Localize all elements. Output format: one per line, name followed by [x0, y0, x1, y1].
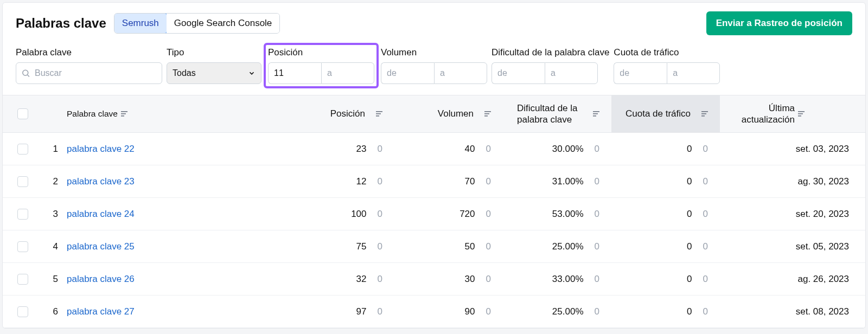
col-difficulty[interactable]: Dificultad de la palabra clave	[503, 102, 611, 126]
difficulty-filter: Dificultad de la palabra clave	[492, 47, 609, 84]
tab-semrush[interactable]: Semrush	[114, 13, 167, 34]
row-keyword: palabra clave 24	[58, 209, 286, 220]
row-volume: 300	[394, 274, 503, 285]
svg-rect-12	[593, 113, 598, 114]
keyword-link[interactable]: palabra clave 23	[67, 176, 135, 187]
row-checkbox[interactable]	[17, 209, 28, 220]
row-traffic: 00	[611, 209, 720, 220]
source-tabs: Semrush Google Search Console	[114, 13, 280, 34]
difficulty-from-input[interactable]	[492, 62, 545, 84]
send-to-position-tracking-button[interactable]: Enviar a Rastreo de posición	[706, 11, 852, 35]
keywords-panel: Palabras clave Semrush Google Search Con…	[2, 2, 866, 329]
sort-icon	[376, 111, 382, 117]
row-checkbox[interactable]	[17, 306, 28, 317]
position-to-input[interactable]	[321, 62, 374, 84]
row-index: 5	[36, 274, 58, 285]
table-row: 4palabra clave 2575050025.00%000set. 05,…	[3, 230, 865, 263]
difficulty-to-input[interactable]	[545, 62, 598, 84]
row-index: 4	[36, 241, 58, 252]
traffic-range	[614, 62, 720, 84]
row-keyword: palabra clave 27	[58, 306, 286, 317]
row-volume: 7200	[394, 209, 503, 220]
row-keyword: palabra clave 23	[58, 176, 286, 187]
table-row: 2palabra clave 2312070031.00%000ag. 30, …	[3, 165, 865, 198]
svg-rect-4	[121, 115, 124, 117]
chevron-down-icon	[248, 69, 256, 77]
svg-rect-13	[593, 115, 596, 117]
svg-point-0	[23, 70, 28, 75]
row-difficulty: 25.00%0	[503, 241, 611, 252]
select-all-checkbox[interactable]	[17, 108, 28, 119]
row-difficulty: 33.00%0	[503, 274, 611, 285]
row-traffic: 00	[611, 176, 720, 187]
keyword-link[interactable]: palabra clave 26	[67, 274, 135, 284]
row-position: 320	[286, 274, 394, 285]
table-row: 1palabra clave 2223040030.00%000set. 03,…	[3, 133, 865, 165]
svg-rect-19	[798, 115, 801, 117]
row-checkbox[interactable]	[17, 274, 28, 285]
sort-icon	[701, 111, 708, 117]
row-volume: 500	[394, 241, 503, 252]
table-body: 1palabra clave 2223040030.00%000set. 03,…	[3, 133, 865, 328]
traffic-from-input[interactable]	[614, 62, 667, 84]
col-keyword-label: Palabra clave	[67, 109, 118, 119]
row-volume: 700	[394, 176, 503, 187]
type-filter: Tipo Todas	[167, 47, 261, 84]
keyword-link[interactable]: palabra clave 25	[67, 241, 135, 252]
keyword-link[interactable]: palabra clave 22	[67, 144, 135, 154]
position-from-input[interactable]	[268, 62, 321, 84]
table-row: 3palabra clave 241000720053.00%000set. 2…	[3, 198, 865, 230]
keyword-filter-label: Palabra clave	[16, 47, 162, 58]
sort-icon	[798, 111, 805, 117]
row-position: 1000	[286, 209, 394, 220]
difficulty-filter-label: Dificultad de la palabra clave	[492, 47, 609, 58]
row-updated: set. 03, 2023	[720, 144, 859, 155]
row-checkbox[interactable]	[17, 144, 28, 155]
volume-filter: Volumen	[381, 47, 487, 84]
col-keyword[interactable]: Palabra clave	[58, 109, 286, 119]
row-difficulty: 25.00%0	[503, 306, 611, 317]
row-checkbox[interactable]	[17, 176, 28, 187]
col-updated[interactable]: Última actualización	[720, 102, 859, 126]
row-updated: ag. 30, 2023	[720, 176, 859, 187]
row-keyword: palabra clave 22	[58, 144, 286, 155]
col-position-label: Posición	[330, 108, 365, 119]
keyword-link[interactable]: palabra clave 24	[67, 209, 135, 219]
svg-rect-5	[376, 111, 382, 112]
difficulty-range	[492, 62, 609, 84]
svg-line-1	[28, 75, 29, 76]
col-volume-label: Volumen	[438, 108, 474, 119]
table-row: 6palabra clave 2797090025.00%000set. 08,…	[3, 296, 865, 328]
row-updated: set. 08, 2023	[720, 306, 859, 317]
volume-range	[381, 62, 487, 84]
row-volume: 400	[394, 144, 503, 155]
sort-icon	[484, 111, 491, 117]
row-position: 970	[286, 306, 394, 317]
col-position[interactable]: Posición	[286, 108, 394, 119]
traffic-to-input[interactable]	[667, 62, 720, 84]
row-updated: set. 05, 2023	[720, 241, 859, 252]
row-position: 750	[286, 241, 394, 252]
row-position: 120	[286, 176, 394, 187]
type-filter-label: Tipo	[167, 47, 261, 58]
type-select[interactable]: Todas	[167, 62, 261, 84]
volume-to-input[interactable]	[434, 62, 487, 84]
keywords-table: Palabra clave Posición Volumen Dificulta…	[3, 95, 865, 328]
col-traffic[interactable]: Cuota de tráfico	[611, 95, 720, 132]
row-difficulty: 53.00%0	[503, 209, 611, 220]
tab-google-search-console[interactable]: Google Search Console	[167, 14, 280, 33]
top-bar: Palabras clave Semrush Google Search Con…	[3, 3, 865, 44]
table-row: 5palabra clave 2632030033.00%000ag. 26, …	[3, 263, 865, 296]
col-volume[interactable]: Volumen	[394, 108, 503, 119]
row-checkbox[interactable]	[17, 241, 28, 252]
volume-from-input[interactable]	[381, 62, 434, 84]
table-header: Palabra clave Posición Volumen Dificulta…	[3, 95, 865, 133]
search-input[interactable]	[16, 62, 162, 84]
row-traffic: 00	[611, 274, 720, 285]
svg-rect-10	[484, 115, 488, 117]
keyword-link[interactable]: palabra clave 27	[67, 306, 135, 317]
svg-rect-6	[376, 113, 381, 114]
row-index: 6	[36, 306, 58, 317]
col-traffic-label: Cuota de tráfico	[626, 108, 691, 119]
row-updated: ag. 26, 2023	[720, 274, 859, 285]
